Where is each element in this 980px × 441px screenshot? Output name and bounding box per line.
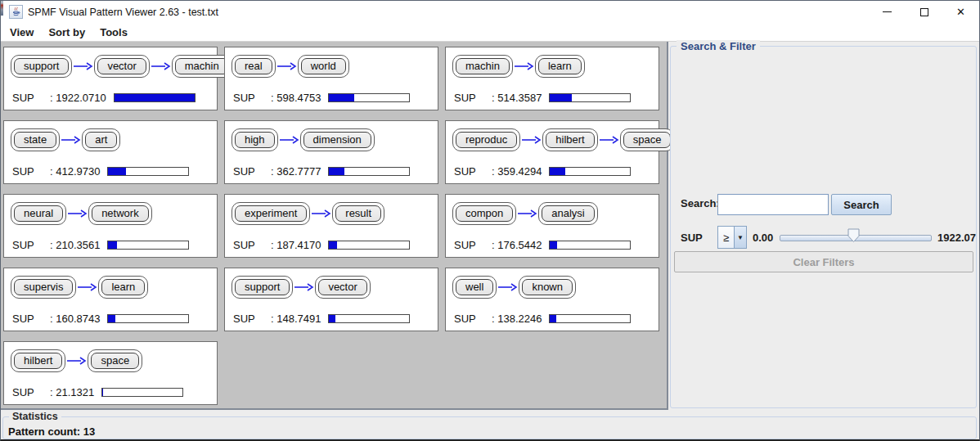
search-label: Search: [681, 197, 720, 209]
support-row: SUP: 362.7777 [233, 165, 433, 178]
sup-value: : 21.1321 [50, 386, 94, 398]
pattern-word: vector [318, 279, 366, 295]
pattern-word: experiment [235, 205, 307, 222]
arrow-right-icon [276, 61, 297, 71]
slider-thumb[interactable] [847, 228, 860, 246]
sup-label: SUP [233, 165, 271, 178]
arrow-right-icon [66, 356, 87, 366]
pattern-node: vector [94, 55, 149, 78]
pattern-word: known [522, 279, 573, 295]
sup-label: SUP [12, 165, 50, 178]
pattern-node: support [11, 55, 72, 78]
sup-label: SUP [12, 386, 50, 398]
slider-min-label: 0.00 [753, 232, 773, 244]
support-bar-fill [108, 168, 125, 175]
support-bar-fill [550, 168, 564, 175]
sup-value: : 160.8743 [50, 313, 100, 325]
pattern-node: neural [11, 202, 66, 225]
pattern-word: vector [97, 58, 146, 74]
close-button[interactable]: ✕ [942, 1, 979, 23]
search-button[interactable]: Search [831, 194, 892, 215]
pattern-node: real [232, 55, 276, 78]
pattern-node: analysi [538, 202, 597, 225]
sup-label: SUP [454, 92, 492, 104]
support-bar [549, 167, 631, 176]
clear-filters-button[interactable]: Clear Filters [674, 251, 973, 272]
arrow-right-icon [599, 135, 619, 145]
support-row: SUP: 598.4753 [233, 92, 433, 104]
sup-value: : 514.3587 [492, 92, 542, 104]
support-bar [114, 93, 196, 102]
pattern-node: learn [535, 55, 585, 78]
panel-title: Search & Filter [677, 40, 760, 52]
pattern-card[interactable]: componanalysiSUP: 176.5442 [445, 194, 659, 258]
support-bar-fill [329, 168, 344, 175]
pattern-word: hilbert [14, 353, 62, 369]
support-bar [101, 388, 183, 397]
maximize-icon [920, 8, 928, 16]
sup-value: : 187.4170 [271, 239, 321, 251]
pattern-sequence: neuralnetwork [11, 202, 212, 225]
support-bar [107, 241, 189, 250]
pattern-card[interactable]: highdimensionSUP: 362.7777 [224, 120, 438, 184]
operator-value: ≥ [718, 227, 734, 248]
sup-value: : 176.5442 [492, 239, 542, 251]
support-row: SUP: 160.8743 [12, 313, 212, 325]
pattern-word: learn [101, 279, 145, 295]
sup-label: SUP [12, 239, 50, 251]
support-bar [328, 167, 410, 176]
pattern-card[interactable]: supportvectorSUP: 148.7491 [224, 268, 438, 331]
operator-combobox[interactable]: ≥ ▼ [717, 226, 747, 249]
pattern-word: learn [538, 58, 582, 74]
support-bar-fill [550, 241, 557, 249]
arrow-right-icon [151, 61, 171, 71]
support-bar-fill [108, 241, 117, 249]
pattern-word: well [456, 279, 493, 295]
support-row: SUP: 210.3561 [12, 239, 212, 251]
pattern-card[interactable]: wellknownSUP: 138.2246 [445, 268, 659, 331]
menubar: View Sort by Tools [1, 23, 979, 42]
pattern-card[interactable]: supervislearnSUP: 160.8743 [3, 268, 218, 331]
pattern-card[interactable]: stateartSUP: 412.9730 [3, 120, 218, 184]
support-bar-fill [329, 94, 354, 101]
pattern-word: world [301, 58, 346, 74]
support-bar-fill [115, 94, 195, 101]
support-row: SUP: 176.5442 [454, 239, 654, 251]
pattern-card[interactable]: realworldSUP: 598.4753 [224, 47, 438, 110]
arrow-right-icon [73, 61, 93, 71]
minimize-button[interactable] [869, 1, 906, 23]
sup-slider[interactable] [780, 227, 932, 248]
pattern-card[interactable]: reproduchilbertspaceSUP: 359.4294 [445, 120, 659, 184]
pattern-card[interactable]: neuralnetworkSUP: 210.3561 [3, 194, 218, 258]
pattern-card[interactable]: supportvectormachinSUP: 1922.0710 [3, 47, 218, 110]
arrow-right-icon [497, 282, 518, 292]
pattern-word: state [14, 132, 56, 148]
pattern-word: machin [175, 58, 229, 74]
pattern-card[interactable]: experimentresultSUP: 187.4170 [224, 194, 438, 258]
sup-value: : 148.7491 [271, 313, 321, 325]
pattern-sequence: experimentresult [232, 202, 433, 225]
support-row: SUP: 21.1321 [12, 386, 212, 398]
pattern-card[interactable]: machinlearnSUP: 514.3587 [445, 47, 659, 110]
search-input[interactable] [717, 194, 829, 215]
pattern-node: result [332, 202, 384, 225]
sup-value: : 359.4294 [492, 165, 542, 178]
menu-view[interactable]: View [2, 25, 41, 40]
support-bar-fill [108, 315, 115, 322]
menu-sort-by[interactable]: Sort by [41, 25, 92, 40]
maximize-button[interactable] [906, 1, 942, 23]
arrow-right-icon [521, 135, 542, 145]
pattern-card[interactable]: hilbertspaceSUP: 21.1321 [3, 341, 218, 405]
pattern-sequence: wellknown [452, 276, 654, 299]
pattern-word: space [91, 353, 139, 369]
sup-label: SUP [12, 92, 50, 104]
statistics-title: Statistics [9, 411, 61, 422]
close-icon: ✕ [956, 7, 965, 17]
pattern-word: hilbert [546, 132, 594, 148]
pattern-word: result [335, 205, 381, 222]
sup-value: : 1922.0710 [50, 92, 106, 104]
chevron-down-icon[interactable]: ▼ [734, 227, 746, 248]
titlebar: SPMF Visual Pattern Viewer 2.63 - test.t… [1, 1, 979, 23]
sup-filter-label: SUP [681, 232, 703, 244]
menu-tools[interactable]: Tools [92, 25, 135, 40]
